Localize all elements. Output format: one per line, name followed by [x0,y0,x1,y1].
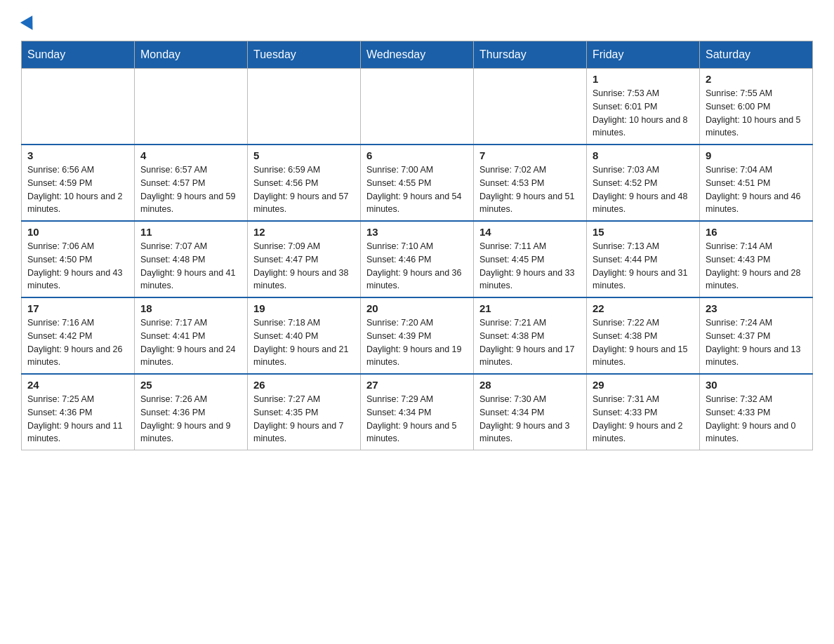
day-number: 11 [140,226,241,238]
sun-info: Sunrise: 7:30 AM Sunset: 4:34 PM Dayligh… [479,393,581,445]
day-number: 19 [253,302,355,314]
calendar-header-row: SundayMondayTuesdayWednesdayThursdayFrid… [22,41,813,69]
sun-info: Sunrise: 6:56 AM Sunset: 4:59 PM Dayligh… [27,163,128,216]
day-header-wednesday: Wednesday [361,41,474,69]
calendar-day: 15Sunrise: 7:13 AM Sunset: 4:44 PM Dayli… [587,221,700,297]
day-number: 18 [140,302,241,314]
calendar-day: 26Sunrise: 7:27 AM Sunset: 4:35 PM Dayli… [248,374,361,450]
sun-info: Sunrise: 7:10 AM Sunset: 4:46 PM Dayligh… [366,240,468,293]
sun-info: Sunrise: 7:11 AM Sunset: 4:45 PM Dayligh… [479,240,581,293]
day-number: 24 [27,379,128,391]
logo-top-line [21,14,37,34]
sun-info: Sunrise: 7:00 AM Sunset: 4:55 PM Dayligh… [366,163,468,216]
calendar-day: 25Sunrise: 7:26 AM Sunset: 4:36 PM Dayli… [135,374,248,450]
day-number: 5 [253,149,355,161]
day-header-tuesday: Tuesday [248,41,361,69]
calendar-day: 10Sunrise: 7:06 AM Sunset: 4:50 PM Dayli… [22,221,135,297]
sun-info: Sunrise: 7:31 AM Sunset: 4:33 PM Dayligh… [593,393,694,445]
calendar-day [22,69,135,145]
calendar-day: 22Sunrise: 7:22 AM Sunset: 4:38 PM Dayli… [587,297,700,374]
calendar-day: 17Sunrise: 7:16 AM Sunset: 4:42 PM Dayli… [22,297,135,374]
calendar-day: 5Sunrise: 6:59 AM Sunset: 4:56 PM Daylig… [248,145,361,221]
sun-info: Sunrise: 7:21 AM Sunset: 4:38 PM Dayligh… [479,316,581,369]
day-number: 9 [706,149,807,161]
calendar-day: 28Sunrise: 7:30 AM Sunset: 4:34 PM Dayli… [474,374,587,450]
day-number: 21 [479,302,581,314]
day-number: 27 [366,379,468,391]
sun-info: Sunrise: 7:17 AM Sunset: 4:41 PM Dayligh… [140,316,241,369]
page-header [21,14,813,34]
sun-info: Sunrise: 6:57 AM Sunset: 4:57 PM Dayligh… [140,163,241,216]
day-number: 8 [593,149,694,161]
day-number: 22 [593,302,694,314]
day-number: 3 [27,149,128,161]
sun-info: Sunrise: 7:18 AM Sunset: 4:40 PM Dayligh… [253,316,355,369]
calendar-day: 30Sunrise: 7:32 AM Sunset: 4:33 PM Dayli… [700,374,813,450]
calendar-day: 11Sunrise: 7:07 AM Sunset: 4:48 PM Dayli… [135,221,248,297]
day-number: 25 [140,379,241,391]
logo [21,14,37,34]
sun-info: Sunrise: 7:07 AM Sunset: 4:48 PM Dayligh… [140,240,241,293]
day-number: 16 [706,226,807,238]
day-number: 30 [706,379,807,391]
calendar-day: 16Sunrise: 7:14 AM Sunset: 4:43 PM Dayli… [700,221,813,297]
calendar-table: SundayMondayTuesdayWednesdayThursdayFrid… [21,41,813,450]
sun-info: Sunrise: 7:55 AM Sunset: 6:00 PM Dayligh… [706,87,807,140]
day-header-sunday: Sunday [22,41,135,69]
day-number: 20 [366,302,468,314]
sun-info: Sunrise: 7:29 AM Sunset: 4:34 PM Dayligh… [366,393,468,445]
calendar-week-3: 10Sunrise: 7:06 AM Sunset: 4:50 PM Dayli… [22,221,813,297]
day-number: 6 [366,149,468,161]
sun-info: Sunrise: 7:20 AM Sunset: 4:39 PM Dayligh… [366,316,468,369]
calendar-day: 20Sunrise: 7:20 AM Sunset: 4:39 PM Dayli… [361,297,474,374]
sun-info: Sunrise: 7:24 AM Sunset: 4:37 PM Dayligh… [706,316,807,369]
calendar-day: 14Sunrise: 7:11 AM Sunset: 4:45 PM Dayli… [474,221,587,297]
calendar-day [248,69,361,145]
sun-info: Sunrise: 7:16 AM Sunset: 4:42 PM Dayligh… [27,316,128,369]
calendar-day: 4Sunrise: 6:57 AM Sunset: 4:57 PM Daylig… [135,145,248,221]
calendar-day: 18Sunrise: 7:17 AM Sunset: 4:41 PM Dayli… [135,297,248,374]
calendar-day [135,69,248,145]
day-number: 7 [479,149,581,161]
day-number: 10 [27,226,128,238]
calendar-day: 27Sunrise: 7:29 AM Sunset: 4:34 PM Dayli… [361,374,474,450]
sun-info: Sunrise: 7:53 AM Sunset: 6:01 PM Dayligh… [593,87,694,140]
day-number: 2 [706,73,807,85]
day-number: 26 [253,379,355,391]
day-number: 15 [593,226,694,238]
day-number: 23 [706,302,807,314]
day-number: 4 [140,149,241,161]
day-number: 12 [253,226,355,238]
sun-info: Sunrise: 7:02 AM Sunset: 4:53 PM Dayligh… [479,163,581,216]
calendar-day: 19Sunrise: 7:18 AM Sunset: 4:40 PM Dayli… [248,297,361,374]
day-number: 13 [366,226,468,238]
sun-info: Sunrise: 6:59 AM Sunset: 4:56 PM Dayligh… [253,163,355,216]
calendar-day: 2Sunrise: 7:55 AM Sunset: 6:00 PM Daylig… [700,69,813,145]
calendar-day [474,69,587,145]
calendar-day: 21Sunrise: 7:21 AM Sunset: 4:38 PM Dayli… [474,297,587,374]
day-header-saturday: Saturday [700,41,813,69]
day-number: 1 [593,73,694,85]
sun-info: Sunrise: 7:26 AM Sunset: 4:36 PM Dayligh… [140,393,241,445]
calendar-day [361,69,474,145]
calendar-day: 9Sunrise: 7:04 AM Sunset: 4:51 PM Daylig… [700,145,813,221]
day-header-monday: Monday [135,41,248,69]
sun-info: Sunrise: 7:13 AM Sunset: 4:44 PM Dayligh… [593,240,694,293]
calendar-week-1: 1Sunrise: 7:53 AM Sunset: 6:01 PM Daylig… [22,69,813,145]
calendar-day: 6Sunrise: 7:00 AM Sunset: 4:55 PM Daylig… [361,145,474,221]
calendar-day: 12Sunrise: 7:09 AM Sunset: 4:47 PM Dayli… [248,221,361,297]
calendar-day: 7Sunrise: 7:02 AM Sunset: 4:53 PM Daylig… [474,145,587,221]
day-number: 14 [479,226,581,238]
sun-info: Sunrise: 7:32 AM Sunset: 4:33 PM Dayligh… [706,393,807,445]
calendar-day: 23Sunrise: 7:24 AM Sunset: 4:37 PM Dayli… [700,297,813,374]
calendar-day: 3Sunrise: 6:56 AM Sunset: 4:59 PM Daylig… [22,145,135,221]
sun-info: Sunrise: 7:22 AM Sunset: 4:38 PM Dayligh… [593,316,694,369]
sun-info: Sunrise: 7:27 AM Sunset: 4:35 PM Dayligh… [253,393,355,445]
sun-info: Sunrise: 7:14 AM Sunset: 4:43 PM Dayligh… [706,240,807,293]
logo-triangle-icon [20,15,39,34]
sun-info: Sunrise: 7:06 AM Sunset: 4:50 PM Dayligh… [27,240,128,293]
calendar-week-5: 24Sunrise: 7:25 AM Sunset: 4:36 PM Dayli… [22,374,813,450]
day-header-friday: Friday [587,41,700,69]
calendar-day: 13Sunrise: 7:10 AM Sunset: 4:46 PM Dayli… [361,221,474,297]
calendar-day: 24Sunrise: 7:25 AM Sunset: 4:36 PM Dayli… [22,374,135,450]
